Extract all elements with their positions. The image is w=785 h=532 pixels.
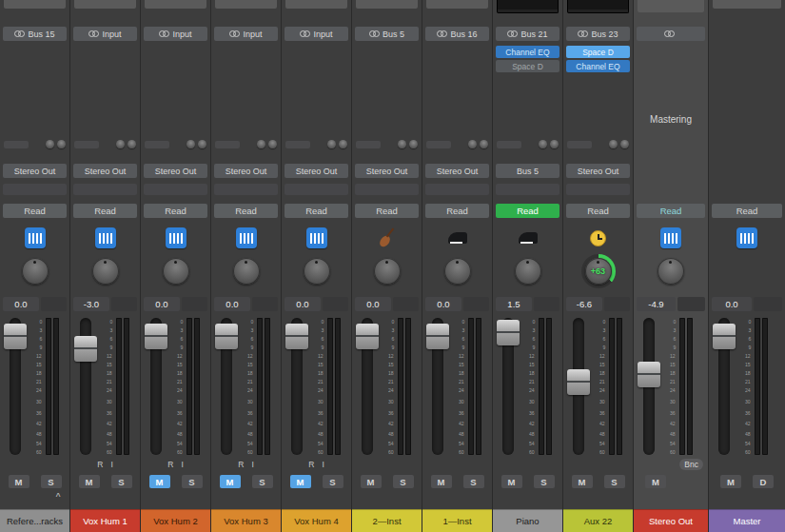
send-knob[interactable] — [339, 140, 347, 148]
send-knob[interactable] — [550, 140, 559, 148]
send-knob[interactable] — [116, 140, 125, 148]
track-icon-area[interactable] — [422, 226, 492, 250]
input-slot[interactable]: Bus 23 — [566, 27, 630, 41]
group-slot[interactable] — [3, 184, 67, 195]
plugin-slot-partial[interactable] — [567, 0, 629, 13]
input-slot[interactable] — [637, 27, 705, 41]
volume-value[interactable]: 0.0 — [712, 297, 752, 311]
automation-mode-button[interactable]: Read — [566, 204, 630, 218]
input-slot[interactable]: Input — [214, 27, 278, 41]
plugin-slot[interactable]: Space D — [566, 46, 630, 58]
solo-button[interactable]: S — [252, 475, 273, 488]
mute-button[interactable]: M — [572, 475, 593, 488]
plugin-slot-partial[interactable] — [4, 0, 66, 9]
fader-handle[interactable] — [426, 324, 449, 349]
automation-mode-button[interactable]: Read — [355, 204, 419, 218]
pan-knob[interactable] — [163, 258, 189, 285]
send-slot[interactable] — [4, 141, 29, 148]
fader-handle[interactable] — [4, 324, 27, 349]
solo-button[interactable]: S — [323, 475, 343, 488]
mute-button[interactable]: M — [645, 475, 666, 488]
pan-knob[interactable] — [92, 258, 119, 285]
group-slot[interactable] — [425, 184, 489, 195]
send-knob[interactable] — [268, 140, 277, 148]
send-knob[interactable] — [539, 140, 547, 148]
record-enable-button[interactable]: R — [167, 459, 173, 470]
plugin-slot-partial[interactable] — [497, 0, 559, 13]
group-slot[interactable] — [144, 184, 207, 195]
output-slot[interactable]: Bus 5 — [496, 164, 559, 178]
automation-mode-button[interactable]: Read — [496, 204, 559, 218]
track-icon-area[interactable] — [493, 226, 562, 250]
send-slot[interactable] — [215, 141, 240, 148]
solo-button[interactable]: S — [463, 475, 484, 488]
send-knob[interactable] — [186, 140, 195, 148]
record-enable-button[interactable]: R — [97, 459, 103, 470]
track-name[interactable]: 2—Inst — [352, 509, 422, 532]
group-slot[interactable] — [214, 184, 278, 195]
automation-mode-button[interactable]: Read — [214, 204, 278, 218]
plugin-slot[interactable]: Space D — [496, 60, 559, 72]
output-slot[interactable]: Stereo Out — [285, 164, 348, 178]
automation-mode-button[interactable]: Read — [637, 204, 705, 218]
input-slot[interactable]: Bus 5 — [355, 27, 419, 41]
plugin-slot-partial[interactable] — [426, 0, 488, 9]
plugin-slot-partial[interactable] — [713, 0, 781, 9]
collapse-arrow-icon[interactable] — [52, 493, 64, 504]
volume-value[interactable]: 0.0 — [144, 297, 180, 311]
volume-value[interactable]: 0.0 — [355, 297, 391, 311]
automation-mode-button[interactable]: Read — [425, 204, 489, 218]
solo-button[interactable]: S — [393, 475, 414, 488]
plugin-slot-partial[interactable] — [145, 0, 206, 9]
record-enable-button[interactable]: R — [308, 459, 314, 470]
track-icon-area[interactable] — [709, 226, 785, 250]
input-slot[interactable]: Input — [144, 27, 207, 41]
input-slot[interactable]: Input — [285, 27, 348, 41]
volume-value[interactable]: 0.0 — [425, 297, 461, 311]
track-name[interactable]: Vox Hum 3 — [211, 509, 281, 532]
automation-mode-button[interactable]: Read — [3, 204, 67, 218]
input-slot[interactable]: Bus 15 — [3, 27, 67, 41]
volume-value[interactable]: 0.0 — [3, 297, 39, 311]
mute-button[interactable]: M — [720, 475, 741, 488]
track-name[interactable]: Refere...racks — [0, 509, 69, 532]
send-slot[interactable] — [356, 141, 381, 148]
send-knob[interactable] — [620, 140, 629, 148]
input-monitor-button[interactable]: I — [251, 459, 253, 470]
solo-button[interactable]: S — [111, 475, 132, 488]
track-name[interactable]: 1—Inst — [422, 509, 492, 532]
send-slot[interactable] — [497, 141, 521, 148]
output-slot[interactable]: Stereo Out — [566, 164, 630, 178]
fader-handle[interactable] — [567, 369, 590, 395]
output-slot[interactable]: Stereo Out — [3, 164, 67, 178]
solo-button[interactable]: S — [41, 475, 62, 488]
track-name[interactable]: Master — [709, 509, 785, 532]
dim-button[interactable]: D — [753, 475, 774, 488]
automation-mode-button[interactable]: Read — [712, 204, 782, 218]
send-knob[interactable] — [468, 140, 477, 148]
send-knob[interactable] — [198, 140, 206, 148]
plugin-slot[interactable]: Channel EQ — [566, 60, 630, 72]
automation-mode-button[interactable]: Read — [144, 204, 207, 218]
track-icon-area[interactable] — [141, 226, 210, 250]
input-monitor-button[interactable]: I — [110, 459, 112, 470]
output-slot[interactable]: Stereo Out — [425, 164, 489, 178]
track-icon-area[interactable] — [0, 226, 69, 250]
track-icon-area[interactable] — [70, 226, 140, 250]
mute-button[interactable]: M — [79, 475, 100, 488]
track-name[interactable]: Vox Hum 1 — [70, 509, 140, 532]
output-slot[interactable]: Stereo Out — [73, 164, 137, 178]
pan-knob[interactable] — [22, 258, 49, 285]
send-knob[interactable] — [46, 140, 54, 148]
send-slot[interactable] — [567, 141, 592, 148]
plugin-slot[interactable]: Channel EQ — [496, 46, 559, 58]
input-slot[interactable]: Input — [73, 27, 137, 41]
send-knob[interactable] — [128, 140, 136, 148]
send-knob[interactable] — [480, 140, 488, 148]
send-knob[interactable] — [609, 140, 618, 148]
track-name[interactable]: Stereo Out — [634, 509, 708, 532]
group-slot[interactable] — [285, 184, 348, 195]
fader-handle[interactable] — [356, 324, 379, 349]
mute-button[interactable]: M — [9, 475, 29, 488]
input-slot[interactable]: Bus 16 — [425, 27, 489, 41]
